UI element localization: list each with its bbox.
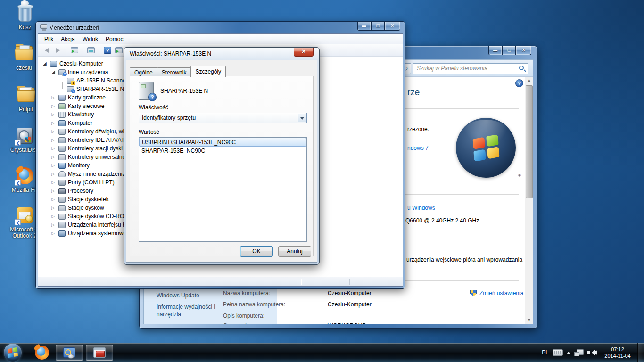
scroll-down-icon[interactable]: ▼ (526, 316, 533, 324)
show-hidden-icons[interactable] (567, 351, 570, 354)
tree-expander-icon[interactable]: ◢ (43, 61, 49, 66)
sidebar-item-performance2[interactable]: narzędzia (157, 311, 181, 318)
close-button[interactable]: ✕ (385, 22, 400, 31)
forward-button[interactable] (53, 46, 63, 55)
computer-icon (58, 120, 66, 126)
value-listbox[interactable]: USBPRINT\SHARPAR-153E_NC90C SHARPAR-153E… (139, 137, 307, 242)
tree-expander-icon[interactable]: ▷ (51, 214, 57, 219)
tree-item[interactable]: ▷Kontrolery uniwersalne (51, 153, 125, 161)
tree-expander-icon[interactable]: ▷ (51, 222, 57, 228)
tab-sterownik[interactable]: Sterownik (157, 67, 191, 77)
menu-widok[interactable]: Widok (79, 34, 102, 44)
maximize-button[interactable]: ▢ (502, 46, 516, 55)
rating-link-fragment[interactable]: u Windows (407, 205, 435, 211)
tree-item[interactable]: ▷Kontrolery stacji dyski (51, 144, 123, 153)
tab-ogolne[interactable]: Ogólne (130, 67, 157, 77)
tree-item[interactable]: ▷Klawiatury (51, 110, 94, 119)
registered-mark: ® (518, 173, 521, 178)
tree-item[interactable]: ▷Stacje dyskietek (51, 195, 109, 204)
tree-expander-icon[interactable]: ▷ (51, 95, 57, 100)
taskbar-device-manager-button[interactable] (56, 345, 83, 361)
windows-logo (456, 118, 516, 178)
tree-item[interactable]: ▷Karty graficzne (51, 93, 106, 102)
change-settings-link[interactable]: Zmień ustawienia (479, 290, 523, 296)
tree-expander-icon[interactable]: ▷ (51, 205, 57, 211)
control-panel-search-input[interactable]: Szukaj w Panelu sterowania (413, 63, 528, 74)
minimize-button[interactable]: ▬ (488, 46, 502, 55)
tree-expander-icon[interactable]: ▷ (51, 129, 57, 134)
menu-pomoc[interactable]: Pomoc (102, 34, 127, 44)
tree-item[interactable]: ▷Urządzenia systemowe (51, 229, 126, 238)
tree-item-label: Urządzenia interfejsu H (68, 222, 127, 228)
tree-item[interactable]: ▷Stacje dysków CD-ROM (51, 212, 129, 221)
tree-expander-icon[interactable]: ▷ (51, 163, 57, 168)
keyboard-icon[interactable] (553, 349, 563, 356)
tree-expander-icon[interactable]: ▷ (51, 197, 57, 202)
tree-item-label: Stacje dyskietek (68, 196, 109, 203)
tree-item[interactable]: ▷Procesory (51, 187, 93, 195)
language-indicator[interactable]: PL (542, 349, 549, 356)
tree-item[interactable]: ▷Kontrolery IDE ATA/AT (51, 136, 124, 144)
tree-expander-icon[interactable]: ▷ (51, 120, 57, 126)
close-button[interactable]: ✕ (516, 46, 531, 55)
tree-item[interactable]: ◢Czesiu-Komputer (43, 59, 103, 68)
taskbar-system-button[interactable] (86, 345, 113, 361)
windows7-link-fragment[interactable]: ndows 7 (407, 145, 429, 151)
tree-item-label: Karty graficzne (68, 94, 106, 101)
taskbar-firefox-icon[interactable] (33, 344, 51, 361)
list-item[interactable]: USBPRINT\SHARPAR-153E_NC90C (139, 138, 306, 147)
tree-item[interactable]: ▷Stacje dysków (51, 204, 104, 212)
volume-icon[interactable] (587, 349, 598, 356)
tree-expander-icon[interactable]: ▷ (51, 171, 57, 177)
cancel-button[interactable]: Anuluj (278, 246, 311, 257)
list-item[interactable]: SHARPAR-153E_NC90C (139, 147, 306, 156)
tree-item[interactable]: ▷Monitory (51, 161, 90, 170)
menu-akcja[interactable]: Akcja (57, 34, 78, 44)
network-icon[interactable] (574, 349, 584, 356)
computer-fullname-value: Czesiu-Komputer (328, 301, 372, 308)
tree-expander-icon[interactable]: ▷ (51, 180, 57, 185)
properties-button[interactable] (86, 46, 96, 55)
chevron-down-icon[interactable] (298, 114, 306, 122)
tree-item[interactable]: AR-153E N Scanner (60, 76, 128, 85)
tree-item[interactable]: SHARPAR-153E N (60, 85, 124, 93)
tree-expander-icon[interactable]: ▷ (51, 154, 57, 160)
help-button[interactable]: ? (103, 46, 112, 55)
tree-expander-icon[interactable]: ▷ (51, 188, 57, 194)
maximize-button[interactable]: ▢ (371, 22, 385, 31)
back-button[interactable] (42, 46, 51, 55)
tree-expander-icon[interactable]: ▷ (51, 112, 57, 117)
tree-item[interactable]: ▷Porty (COM i LPT) (51, 178, 115, 187)
tree-item[interactable]: ▷Komputer (51, 119, 92, 127)
tree-item-label: Kontrolery uniwersalne (68, 154, 125, 160)
tree-item-label: Klawiatury (68, 111, 94, 118)
show-desktop-button[interactable] (637, 343, 644, 362)
tree-item[interactable]: ▷Mysz i inne urządzenia (51, 170, 125, 178)
property-dropdown[interactable]: Identyfikatory sprzętu (139, 113, 307, 123)
tab-szczegoly[interactable]: Szczegóły (190, 66, 226, 77)
list-view-button[interactable] (70, 46, 79, 55)
keyboard-icon (58, 112, 66, 118)
sidebar-item-windows-update[interactable]: Windows Update (157, 292, 199, 299)
tree-expander-icon[interactable]: ▷ (51, 146, 57, 151)
ok-button[interactable]: OK (240, 246, 273, 257)
menu-plik[interactable]: Plik (41, 34, 57, 44)
help-icon[interactable]: ? (515, 79, 523, 87)
minimize-button[interactable]: ▬ (357, 22, 371, 31)
tree-expander-icon[interactable]: ▷ (51, 103, 57, 109)
tree-expander-icon[interactable]: ◢ (51, 69, 57, 75)
clock[interactable]: 07:12 2014-11-04 (601, 346, 635, 359)
scroll-up-icon[interactable]: ▲ (526, 77, 533, 84)
tree-item[interactable]: ▷Urządzenia interfejsu H (51, 221, 127, 229)
start-button[interactable] (4, 344, 22, 362)
search-icon (519, 66, 524, 70)
tree-expander-icon[interactable]: ▷ (51, 230, 57, 236)
scrollbar[interactable]: ▲ ▼ (525, 77, 533, 324)
scan-button[interactable] (114, 46, 124, 55)
tree-item[interactable]: ▷Karty sieciowe (51, 102, 104, 110)
tree-item[interactable]: ▷Kontrolery dźwięku, wi (51, 127, 124, 136)
tree-expander-icon[interactable]: ▷ (51, 137, 57, 143)
sidebar-item-performance[interactable]: Informacje wydajności i (157, 304, 215, 310)
tree-item[interactable]: ◢Inne urządzenia (51, 68, 108, 76)
close-button[interactable]: ✕ (294, 48, 314, 57)
